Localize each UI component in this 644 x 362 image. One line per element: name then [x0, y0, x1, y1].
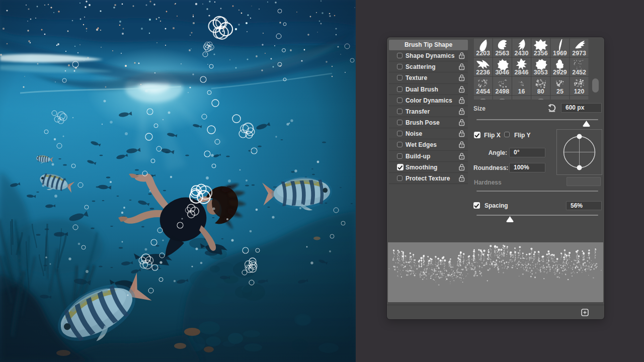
svg-text:80: 80 — [537, 88, 544, 95]
svg-text:2973: 2973 — [572, 50, 586, 57]
svg-text:2498: 2498 — [495, 88, 509, 95]
svg-text:2452: 2452 — [572, 69, 586, 76]
svg-text:2430: 2430 — [515, 50, 529, 57]
svg-text:2356: 2356 — [534, 50, 548, 57]
svg-text:3053: 3053 — [534, 69, 548, 76]
svg-text:2563: 2563 — [495, 50, 509, 57]
svg-text:2236: 2236 — [476, 69, 490, 76]
svg-text:2454: 2454 — [476, 88, 490, 95]
svg-text:2846: 2846 — [515, 69, 529, 76]
svg-text:25: 25 — [556, 88, 564, 95]
svg-text:120: 120 — [574, 88, 585, 95]
svg-text:1969: 1969 — [553, 50, 567, 57]
svg-text:16: 16 — [518, 88, 525, 95]
svg-text:2929: 2929 — [553, 69, 567, 76]
svg-text:2203: 2203 — [476, 50, 490, 57]
svg-text:3046: 3046 — [495, 69, 509, 76]
